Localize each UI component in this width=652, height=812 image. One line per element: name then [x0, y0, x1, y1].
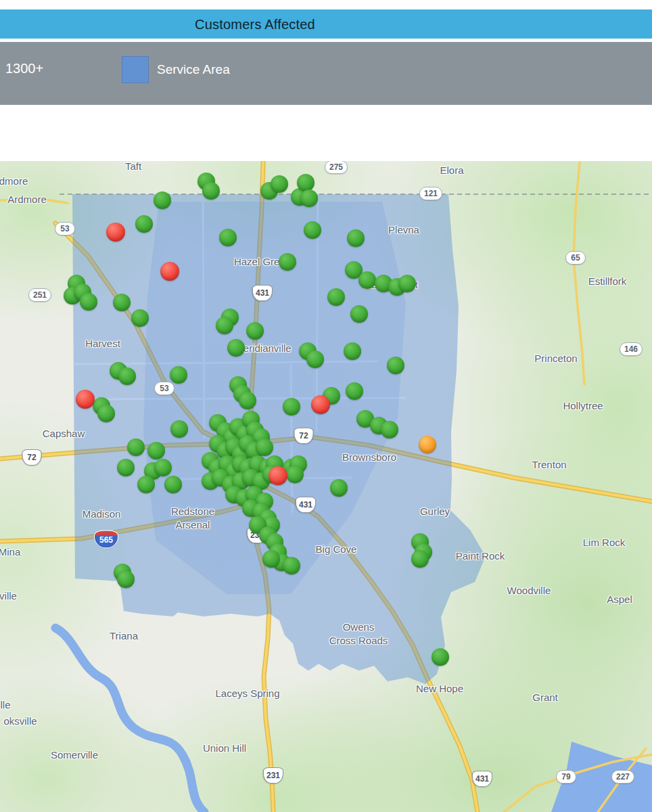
- outage-marker-green[interactable]: [170, 366, 187, 384]
- outage-marker-green[interactable]: [347, 229, 365, 247]
- outage-marker-green[interactable]: [262, 550, 280, 568]
- outage-marker-green[interactable]: [154, 191, 171, 209]
- outage-marker-green[interactable]: [271, 175, 288, 193]
- outage-marker-green[interactable]: [381, 421, 398, 438]
- outage-marker-green[interactable]: [411, 550, 429, 568]
- service-area-swatch: [122, 56, 149, 83]
- customers-affected-count: 1300+: [5, 61, 43, 76]
- outage-marker-green[interactable]: [135, 215, 153, 233]
- outage-marker-green[interactable]: [137, 476, 155, 493]
- outage-marker-green[interactable]: [97, 405, 115, 422]
- outage-marker-red[interactable]: [311, 395, 330, 414]
- outage-marker-green[interactable]: [113, 294, 131, 311]
- outage-marker-green[interactable]: [279, 253, 296, 271]
- outage-marker-red[interactable]: [269, 466, 287, 485]
- outage-marker-green[interactable]: [398, 275, 416, 292]
- outage-marker-green[interactable]: [297, 174, 315, 191]
- header-bar: Customers Affected: [0, 9, 652, 39]
- outage-marker-green[interactable]: [202, 182, 220, 200]
- outage-marker-orange[interactable]: [419, 436, 436, 453]
- outage-marker-green[interactable]: [216, 317, 233, 334]
- outage-marker-green[interactable]: [432, 648, 449, 666]
- outage-marker-green[interactable]: [344, 342, 361, 360]
- markers-layer: [0, 161, 652, 812]
- outage-marker-green[interactable]: [219, 229, 237, 246]
- outage-marker-green[interactable]: [286, 466, 304, 483]
- service-area-label: Service Area: [157, 62, 230, 77]
- outage-marker-green[interactable]: [304, 221, 321, 239]
- outage-marker-green[interactable]: [283, 398, 300, 415]
- outage-marker-green[interactable]: [117, 459, 135, 476]
- outage-marker-green[interactable]: [80, 293, 97, 311]
- map-canvas[interactable]: dmoreArdmoreTaftEloraPlevnaHazel GreenNe…: [0, 161, 652, 812]
- outage-marker-green[interactable]: [283, 557, 300, 574]
- outage-marker-green[interactable]: [227, 339, 245, 357]
- page-title: Customers Affected: [195, 16, 315, 32]
- outage-marker-green[interactable]: [131, 309, 149, 327]
- outage-marker-green[interactable]: [164, 476, 182, 493]
- outage-marker-green[interactable]: [117, 570, 135, 588]
- outage-marker-green[interactable]: [118, 367, 136, 385]
- outage-marker-green[interactable]: [306, 351, 324, 368]
- outage-marker-green[interactable]: [239, 392, 256, 409]
- outage-marker-green[interactable]: [154, 459, 172, 476]
- outage-marker-red[interactable]: [76, 390, 95, 409]
- outage-marker-green[interactable]: [350, 305, 368, 323]
- outage-marker-red[interactable]: [160, 262, 179, 281]
- outage-marker-green[interactable]: [300, 189, 318, 207]
- outage-marker-green[interactable]: [246, 322, 264, 340]
- outage-marker-green[interactable]: [346, 382, 363, 400]
- outage-marker-green[interactable]: [327, 288, 345, 306]
- outage-marker-red[interactable]: [106, 223, 125, 242]
- legend-service-area: Service Area: [122, 56, 230, 83]
- outage-marker-green[interactable]: [147, 442, 165, 459]
- outage-marker-green[interactable]: [127, 438, 145, 456]
- outage-marker-green[interactable]: [330, 479, 348, 497]
- outage-marker-green[interactable]: [256, 438, 273, 456]
- legend-bar: 1300+ Service Area: [0, 42, 652, 105]
- outage-marker-green[interactable]: [358, 271, 376, 289]
- outage-marker-green[interactable]: [387, 357, 404, 374]
- outage-marker-green[interactable]: [170, 420, 188, 438]
